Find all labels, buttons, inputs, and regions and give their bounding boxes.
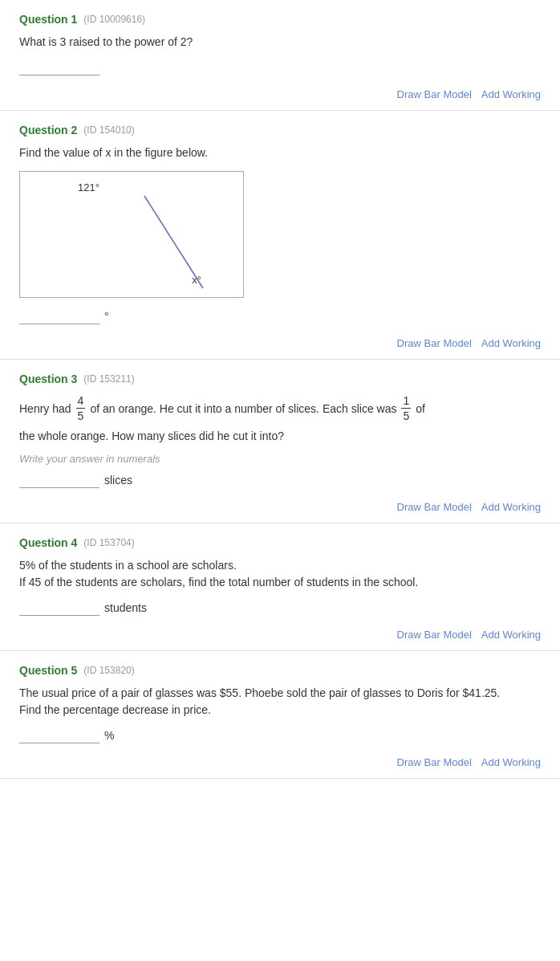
question-3-add-working[interactable]: Add Working xyxy=(481,501,541,513)
question-5-add-working[interactable]: Add Working xyxy=(481,756,541,768)
q3-pre: Henry had xyxy=(19,397,71,420)
question-5-block: Question 5 (ID 153820) The usual price o… xyxy=(0,651,560,779)
question-2-answer-row: ° xyxy=(19,307,541,324)
question-3-suffix: slices xyxy=(104,474,132,487)
question-1-block: Question 1 (ID 10009616) What is 3 raise… xyxy=(0,0,560,111)
q3-frac1-num: 4 xyxy=(76,393,86,409)
question-5-label: Question 5 xyxy=(19,664,77,677)
q3-frac1: 4 5 xyxy=(76,393,86,423)
question-3-text2: the whole orange. How many slices did he… xyxy=(19,428,541,445)
svg-line-0 xyxy=(144,196,203,288)
question-1-label: Question 1 xyxy=(19,13,77,26)
question-1-answer-row xyxy=(19,59,541,75)
question-1-actions: Draw Bar Model Add Working xyxy=(19,83,541,100)
question-4-text: 5% of the students in a school are schol… xyxy=(19,557,541,591)
question-4-actions: Draw Bar Model Add Working xyxy=(19,624,541,641)
question-2-header: Question 2 (ID 154010) xyxy=(19,124,541,136)
question-3-actions: Draw Bar Model Add Working xyxy=(19,496,541,513)
question-2-suffix: ° xyxy=(104,310,109,323)
q3-frac2-num: 1 xyxy=(401,393,411,409)
question-4-add-working[interactable]: Add Working xyxy=(481,629,541,641)
figure-box: 121° x° xyxy=(19,171,244,298)
question-4-suffix: students xyxy=(104,601,147,614)
question-4-block: Question 4 (ID 153704) 5% of the student… xyxy=(0,523,560,651)
question-5-suffix: % xyxy=(104,729,114,742)
question-1-add-working[interactable]: Add Working xyxy=(481,88,541,100)
question-4-label: Question 4 xyxy=(19,536,77,549)
question-3-input[interactable] xyxy=(19,471,99,488)
q3-frac2: 1 5 xyxy=(401,393,411,423)
question-5-id: (ID 153820) xyxy=(83,665,134,676)
figure-svg xyxy=(20,172,245,299)
question-3-block: Question 3 (ID 153211) Henry had 4 5 of … xyxy=(0,360,560,523)
question-5-draw-bar-model[interactable]: Draw Bar Model xyxy=(397,756,472,768)
question-2-input[interactable] xyxy=(19,307,99,324)
question-3-hint: Write your answer in numerals xyxy=(19,453,541,465)
question-2-draw-bar-model[interactable]: Draw Bar Model xyxy=(397,337,472,349)
question-3-answer-row: slices xyxy=(19,471,541,488)
question-2-figure: 121° x° xyxy=(19,171,541,298)
question-2-add-working[interactable]: Add Working xyxy=(481,337,541,349)
question-3-label: Question 3 xyxy=(19,373,77,385)
question-1-text: What is 3 raised to the power of 2? xyxy=(19,34,541,51)
question-2-id: (ID 154010) xyxy=(83,124,134,136)
question-5-actions: Draw Bar Model Add Working xyxy=(19,751,541,768)
question-5-text: The usual price of a pair of glasses was… xyxy=(19,685,541,719)
question-1-input[interactable] xyxy=(19,59,99,75)
q3-post: of xyxy=(416,397,425,420)
q3-frac1-den: 5 xyxy=(76,409,86,423)
question-5-header: Question 5 (ID 153820) xyxy=(19,664,541,677)
question-3-draw-bar-model[interactable]: Draw Bar Model xyxy=(397,501,472,513)
question-4-header: Question 4 (ID 153704) xyxy=(19,536,541,549)
question-1-id: (ID 10009616) xyxy=(83,14,145,25)
question-5-input[interactable] xyxy=(19,727,99,743)
question-1-header: Question 1 (ID 10009616) xyxy=(19,13,541,26)
question-5-answer-row: % xyxy=(19,727,541,743)
question-3-text: Henry had 4 5 of an orange. He cut it in… xyxy=(19,393,541,423)
question-2-block: Question 2 (ID 154010) Find the value of… xyxy=(0,111,560,360)
question-4-id: (ID 153704) xyxy=(83,537,134,548)
question-2-label: Question 2 xyxy=(19,124,77,136)
question-4-draw-bar-model[interactable]: Draw Bar Model xyxy=(397,629,472,641)
question-3-id: (ID 153211) xyxy=(83,373,134,385)
q3-mid: of an orange. He cut it into a number of… xyxy=(90,397,396,420)
question-1-draw-bar-model[interactable]: Draw Bar Model xyxy=(397,88,472,100)
question-4-answer-row: students xyxy=(19,599,541,616)
question-2-text: Find the value of x in the figure below. xyxy=(19,145,541,161)
q3-frac2-den: 5 xyxy=(401,409,411,423)
question-2-actions: Draw Bar Model Add Working xyxy=(19,332,541,349)
question-4-input[interactable] xyxy=(19,599,99,616)
question-3-header: Question 3 (ID 153211) xyxy=(19,373,541,385)
